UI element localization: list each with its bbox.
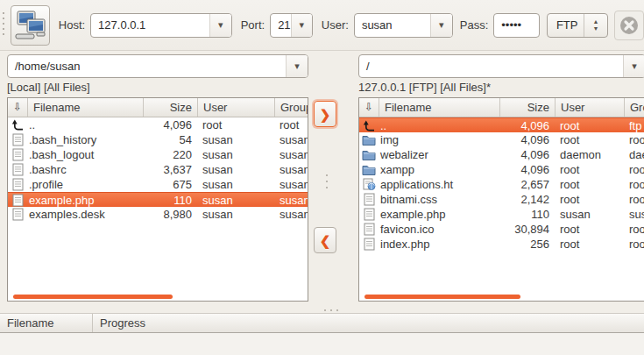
cell-group: susan xyxy=(274,162,308,177)
table-row[interactable]: applications.ht2,657rootroot xyxy=(359,177,644,192)
remote-file-rows: ..4,096rootftpimg4,096rootrootwebalizer4… xyxy=(359,117,644,301)
local-list-header: ⇩ Filename Size User Group xyxy=(8,98,308,117)
port-dropdown-arrow-icon[interactable]: ▾ xyxy=(291,14,312,37)
table-row[interactable]: examples.desk8,980susansusan xyxy=(8,207,308,222)
cell-filename: applications.ht xyxy=(379,177,499,192)
cell-group: root xyxy=(624,237,644,252)
remote-path-value[interactable]: / xyxy=(359,60,623,73)
user-value[interactable]: susan xyxy=(355,18,430,32)
local-path-combo[interactable]: /home/susan ▾ xyxy=(7,54,308,78)
host-dropdown-arrow-icon[interactable]: ▾ xyxy=(209,14,231,37)
table-row[interactable]: ..4,096rootftp xyxy=(359,117,644,132)
cell-user: root xyxy=(555,177,624,192)
cell-size: 110 xyxy=(499,207,555,222)
local-status-label: [Local] [All Files] xyxy=(7,78,308,97)
port-label: Port: xyxy=(241,18,265,32)
file-icon xyxy=(359,237,379,252)
table-row[interactable]: .profile675susansusan xyxy=(8,177,308,192)
user-combo[interactable]: susan ▾ xyxy=(354,13,453,38)
folder-icon xyxy=(359,147,379,162)
cell-filename: index.php xyxy=(379,237,499,252)
cell-size: 256 xyxy=(499,237,555,252)
column-header-size[interactable]: Size xyxy=(143,98,197,117)
column-header-user[interactable]: User xyxy=(197,98,274,117)
cell-user: daemon xyxy=(555,147,624,162)
file-icon xyxy=(359,207,379,222)
toolbar-drag-handle[interactable] xyxy=(3,12,4,39)
port-value[interactable]: 21 xyxy=(271,18,290,32)
local-path-dropdown-arrow-icon[interactable]: ▾ xyxy=(286,55,308,77)
table-row[interactable]: ..4,096rootroot xyxy=(8,117,308,132)
cell-size: 3,637 xyxy=(143,162,197,177)
stop-button[interactable] xyxy=(614,11,644,40)
protocol-spinner[interactable]: ▲ ▼ xyxy=(584,14,607,37)
port-combo[interactable]: 21 ▾ xyxy=(270,13,313,38)
cell-filename: .bashrc xyxy=(27,162,143,177)
cell-group: root xyxy=(624,192,644,207)
local-horizontal-scrollbar[interactable] xyxy=(13,295,173,299)
transfer-queue-body[interactable] xyxy=(0,333,644,355)
cell-filename: img xyxy=(379,132,499,147)
protocol-value: FTP xyxy=(548,18,584,32)
cell-user: root xyxy=(555,118,624,132)
table-row[interactable]: .bash_history54susansusan xyxy=(8,132,308,147)
column-header-group[interactable]: Group xyxy=(274,98,308,117)
htaccess-icon xyxy=(359,177,379,192)
cell-group: daemon xyxy=(624,147,644,162)
remote-horizontal-scrollbar[interactable] xyxy=(364,295,520,299)
cell-size: 2,142 xyxy=(499,192,555,207)
cell-filename: example.php xyxy=(379,207,499,222)
cell-filename: webalizer xyxy=(379,147,499,162)
cell-user: susan xyxy=(197,162,274,177)
connect-button[interactable] xyxy=(11,5,50,46)
cell-user: root xyxy=(197,117,274,132)
transfer-column-filename[interactable]: Filename xyxy=(0,314,92,332)
table-row[interactable]: img4,096rootroot xyxy=(359,132,644,147)
table-row[interactable]: example.php110susansusan xyxy=(359,207,644,222)
transfer-column-progress[interactable]: Progress xyxy=(92,314,644,332)
table-row[interactable]: index.php256rootroot xyxy=(359,237,644,252)
cell-group: susan xyxy=(274,177,308,192)
column-header-group[interactable]: Group xyxy=(624,98,644,117)
remote-path-dropdown-arrow-icon[interactable]: ▾ xyxy=(623,55,644,77)
local-path-value[interactable]: /home/susan xyxy=(8,60,286,73)
transfer-right-button[interactable]: ❯ xyxy=(314,101,336,127)
host-label: Host: xyxy=(59,18,85,32)
cell-user: susan xyxy=(197,177,274,192)
spin-down-icon[interactable]: ▼ xyxy=(593,25,599,32)
column-header-size[interactable]: Size xyxy=(499,98,555,117)
host-value[interactable]: 127.0.0.1 xyxy=(91,18,209,32)
spin-up-icon[interactable]: ▲ xyxy=(593,18,599,25)
column-header-filename[interactable]: Filename xyxy=(379,98,499,117)
password-value[interactable]: ••••• xyxy=(494,18,539,32)
cell-group: susan xyxy=(274,147,308,162)
table-row[interactable]: .bash_logout220susansusan xyxy=(8,147,308,162)
password-field[interactable]: ••••• xyxy=(493,13,540,38)
table-row[interactable]: example.php110susansusan xyxy=(8,192,308,207)
cell-user: root xyxy=(555,237,624,252)
cell-group: susan xyxy=(274,207,308,222)
table-row[interactable]: xampp4,096rootroot xyxy=(359,162,644,177)
host-combo[interactable]: 127.0.0.1 ▾ xyxy=(90,13,232,38)
table-row[interactable]: favicon.ico30,894rootroot xyxy=(359,222,644,237)
table-row[interactable]: bitnami.css2,142rootroot xyxy=(359,192,644,207)
remote-list-header: ⇩ Filename Size User Group xyxy=(359,98,644,117)
table-row[interactable]: webalizer4,096daemondaemon xyxy=(359,147,644,162)
sort-arrow-icon[interactable]: ⇩ xyxy=(8,98,27,117)
transfer-left-button[interactable]: ❮ xyxy=(314,227,336,253)
protocol-selector[interactable]: FTP ▲ ▼ xyxy=(547,13,608,38)
cell-user: root xyxy=(555,132,624,147)
column-header-filename[interactable]: Filename xyxy=(27,98,143,117)
file-icon xyxy=(359,192,379,207)
column-header-user[interactable]: User xyxy=(555,98,624,117)
user-dropdown-arrow-icon[interactable]: ▾ xyxy=(430,14,452,37)
transfer-splitter-handle[interactable] xyxy=(324,309,338,312)
cell-group: susan xyxy=(274,132,308,147)
cell-user: root xyxy=(555,162,624,177)
sort-arrow-icon[interactable]: ⇩ xyxy=(359,98,379,117)
cell-filename: xampp xyxy=(379,162,499,177)
remote-path-combo[interactable]: / ▾ xyxy=(358,54,644,78)
table-row[interactable]: .bashrc3,637susansusan xyxy=(8,162,308,177)
cell-group: root xyxy=(624,177,644,192)
pane-splitter-handle[interactable] xyxy=(325,174,329,188)
